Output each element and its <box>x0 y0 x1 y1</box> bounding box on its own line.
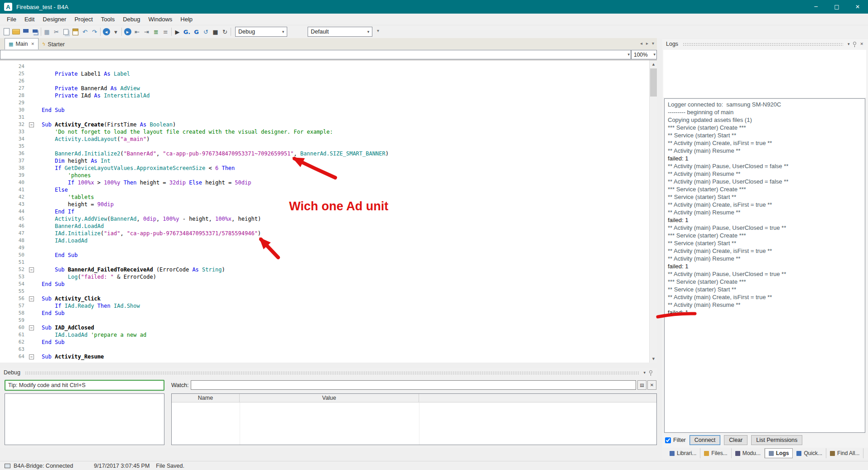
zoom-dropdown[interactable]: 100% ▾ <box>631 50 657 59</box>
fold-toggle[interactable]: − <box>29 267 34 272</box>
debug-output-list[interactable] <box>5 393 164 445</box>
pin-icon[interactable] <box>649 370 652 373</box>
code-line: 52− Sub BannerAd_FailedToReceiveAd (Erro… <box>0 266 657 273</box>
comment-icon[interactable]: ≣ <box>151 27 161 37</box>
cut-icon[interactable]: ✂ <box>52 27 61 37</box>
watch-table[interactable]: Name Value <box>171 393 657 445</box>
line-number: 44 <box>0 208 29 215</box>
panel-tab-find-all[interactable]: Find All... <box>826 448 863 458</box>
tab-main[interactable]: ▦Main✕ <box>5 38 39 49</box>
designer-icon[interactable]: ▦ <box>42 27 52 37</box>
tab-starter[interactable]: ϟStarter <box>39 39 68 49</box>
fold-toggle[interactable]: − <box>29 325 34 330</box>
watch-input[interactable] <box>191 380 636 390</box>
code-text: Sub Activity_Create(FirstTime As Boolean… <box>38 121 176 128</box>
build-mode-dropdown[interactable]: Debug ▾ <box>235 27 287 37</box>
close-button[interactable]: ✕ <box>847 0 868 14</box>
fold-toggle[interactable]: − <box>29 122 34 127</box>
scroll-up-icon[interactable]: ▲ <box>650 60 657 68</box>
line-number: 59 <box>0 317 29 324</box>
watch-clear-button[interactable]: ✕ <box>647 380 656 390</box>
fold-toggle[interactable]: − <box>29 296 34 301</box>
panel-tab-logs[interactable]: Logs <box>765 448 793 458</box>
stop-icon[interactable]: ■ <box>211 27 220 37</box>
debug-panel-header: Debug ▾ <box>0 368 657 377</box>
line-number: 46 <box>0 223 29 230</box>
code-text: 'Do not forget to load the layout file c… <box>38 128 333 136</box>
menu-tools[interactable]: Tools <box>97 16 119 23</box>
pin-icon[interactable] <box>853 42 856 45</box>
debug-panel-title: Debug <box>4 369 20 376</box>
menu-windows[interactable]: Windows <box>145 16 177 23</box>
navigate-forward-icon[interactable] <box>123 27 132 37</box>
menu-project[interactable]: Project <box>70 16 96 23</box>
menu-designer[interactable]: Designer <box>39 16 70 23</box>
save-icon[interactable] <box>21 27 30 37</box>
tip-input[interactable] <box>5 380 164 391</box>
chevron-down-icon[interactable]: ▾ <box>643 370 646 375</box>
run-icon[interactable]: ▶ <box>173 27 182 37</box>
list-permissions-button[interactable]: List Permissions <box>751 435 802 445</box>
build-config-dropdown[interactable]: Default ▾ <box>308 27 372 37</box>
tab-list-icon[interactable]: ▾ <box>652 41 654 46</box>
menu-file[interactable]: File <box>3 16 20 23</box>
code-line: 51 <box>0 259 657 266</box>
code-line: 40 If 100%x > 100%y Then height = 32dip … <box>0 179 657 186</box>
close-icon[interactable]: ✕ <box>860 42 863 46</box>
copy-icon[interactable] <box>61 27 71 37</box>
panel-tab-label: Logs <box>776 450 789 456</box>
fold-toggle[interactable]: − <box>29 354 34 359</box>
filter-checkbox[interactable] <box>665 437 671 443</box>
line-number: 29 <box>0 99 29 107</box>
tab-scroll-left-icon[interactable]: ◂ <box>640 41 642 46</box>
generate-members-icon[interactable]: G <box>192 27 201 37</box>
log-line: ** Activity (main) Pause, UserClosed = f… <box>668 178 862 185</box>
redo-icon[interactable]: ↷ <box>90 27 99 37</box>
menu-edit[interactable]: Edit <box>20 16 39 23</box>
menu-help[interactable]: Help <box>176 16 197 23</box>
panel-tab-modu[interactable]: Modu... <box>732 448 765 458</box>
line-number: 48 <box>0 237 29 244</box>
editor-vertical-scrollbar[interactable]: ▲ ▼ <box>649 60 657 363</box>
goto-designer-icon[interactable]: G. <box>182 27 192 37</box>
restart-icon[interactable]: ↻ <box>220 27 230 37</box>
outdent-icon[interactable]: ⇤ <box>132 27 142 37</box>
tab-scroll-right-icon[interactable]: ▸ <box>646 41 648 46</box>
undo-icon[interactable]: ↶ <box>80 27 90 37</box>
toolbar-overflow-icon[interactable]: ▾ <box>377 28 379 33</box>
paste-icon[interactable] <box>71 27 80 37</box>
line-number: 41 <box>0 186 29 194</box>
code-editor[interactable]: 2425 Private Label1 As Label2627 Private… <box>0 60 657 363</box>
window-controls: ─ □ ✕ <box>805 0 868 14</box>
watch-list-button[interactable]: ▤ <box>637 380 646 390</box>
code-text: 'tablets <box>38 194 94 201</box>
code-line: 24 <box>0 63 657 70</box>
clear-button[interactable]: Clear <box>724 435 747 445</box>
indent-icon[interactable]: ⇥ <box>142 27 151 37</box>
connect-button[interactable]: Connect <box>690 435 721 445</box>
minimize-button[interactable]: ─ <box>805 0 826 14</box>
code-text: End Sub <box>38 310 65 317</box>
maximize-button[interactable]: □ <box>826 0 847 14</box>
member-navigator-dropdown[interactable]: ▾ <box>0 50 631 59</box>
navigate-back-icon[interactable] <box>101 27 111 37</box>
panel-tab-librari[interactable]: Librari... <box>666 448 700 458</box>
line-number: 39 <box>0 172 29 179</box>
navigate-back-caret-icon[interactable]: ▾ <box>111 27 121 37</box>
logs-buttons: ConnectClearList Permissions <box>690 435 802 445</box>
menu-debug[interactable]: Debug <box>119 16 144 23</box>
save-all-icon[interactable] <box>30 27 40 37</box>
code-line: 50 End Sub <box>0 252 657 259</box>
panel-tab-quick[interactable]: Quick... <box>793 448 826 458</box>
scrollbar-thumb[interactable] <box>650 68 657 97</box>
uncomment-icon[interactable]: ≡ <box>161 27 170 37</box>
new-file-icon[interactable] <box>2 27 11 37</box>
open-folder-icon[interactable] <box>11 27 21 37</box>
clean-project-icon[interactable]: ↺ <box>201 27 211 37</box>
panel-tab-files[interactable]: Files... <box>700 448 731 458</box>
debug-panel: Debug ▾ Watch: ▤ ✕ Name Value <box>0 368 657 448</box>
logs-output[interactable]: Logger connected to: samsung SM-N920C---… <box>664 98 865 433</box>
tab-close-icon[interactable]: ✕ <box>31 42 35 46</box>
chevron-down-icon[interactable]: ▾ <box>848 42 850 46</box>
scroll-down-icon[interactable]: ▼ <box>650 355 657 363</box>
